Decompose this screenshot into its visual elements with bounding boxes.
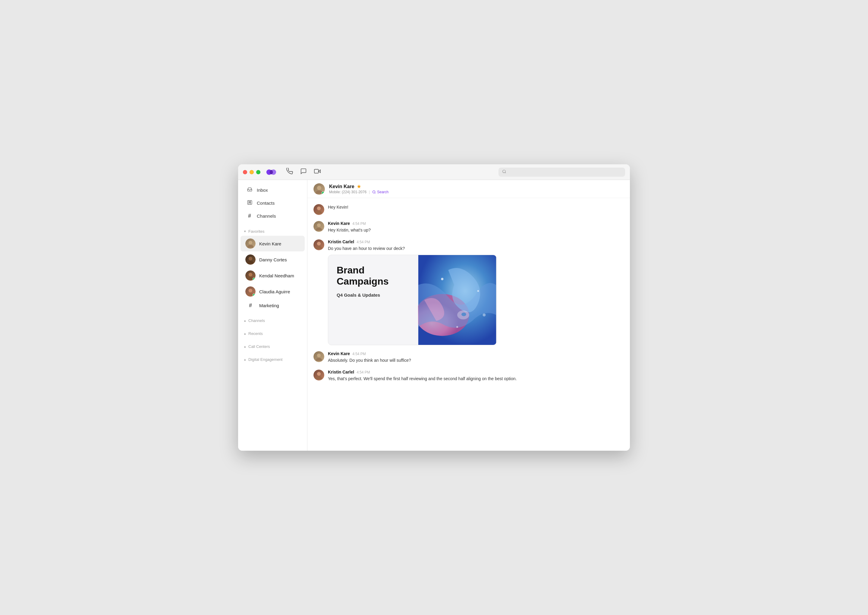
- message-row: Kristin Carlel 4:54 PM Do you have an ho…: [313, 239, 624, 345]
- titlebar-icons: [286, 168, 321, 176]
- svg-point-24: [316, 211, 322, 214]
- msg-content: Kevin Kare 4:54 PM Hey Kristin, what's u…: [328, 221, 624, 233]
- card-text-side: Brand Campaigns Q4 Goals & Updates: [328, 255, 418, 345]
- svg-point-11: [249, 241, 252, 245]
- card-subtitle: Q4 Goals & Updates: [337, 292, 410, 298]
- app-window: Inbox Contacts # Channels: [238, 164, 630, 451]
- titlebar: [238, 164, 630, 180]
- svg-point-27: [317, 242, 321, 245]
- search-bar[interactable]: [499, 168, 625, 177]
- svg-point-35: [456, 326, 458, 328]
- msg-time: 4:54 PM: [357, 370, 370, 375]
- msg-content: Kevin Kare 4:54 PM Absolutely. Do you th…: [328, 351, 624, 364]
- svg-marker-3: [319, 170, 320, 172]
- inbox-icon: [246, 187, 252, 193]
- claudia-aguirre-name: Claudia Aguirre: [259, 289, 290, 294]
- claudia-aguirre-avatar: [245, 286, 256, 297]
- recents-section: ▴ Recents: [238, 329, 307, 338]
- message-row: Kristin Carlel 4:54 PM Yes, that's perfe…: [313, 370, 624, 382]
- svg-rect-4: [314, 169, 319, 173]
- messages-list: Hey Kevin!: [307, 198, 630, 451]
- digital-engagement-section: ▴ Digital Engagement: [238, 356, 307, 364]
- svg-point-33: [441, 278, 443, 280]
- call-centers-header[interactable]: ▴ Call Centers: [238, 342, 307, 351]
- marketing-hash-icon: #: [245, 302, 256, 309]
- digital-engagement-chevron: ▴: [244, 357, 246, 361]
- favorites-chevron: ▾: [244, 229, 246, 233]
- favorites-label: Favorites: [248, 229, 264, 234]
- msg-sender: Kristin Carlel: [328, 239, 354, 244]
- sidebar-item-channels[interactable]: # Channels: [240, 210, 305, 222]
- chat-phone: Mobile: (224) 301-2076: [329, 190, 366, 194]
- message-icon[interactable]: [300, 168, 307, 176]
- message-row: Kevin Kare 4:54 PM Absolutely. Do you th…: [313, 351, 624, 364]
- sidebar-item-inbox[interactable]: Inbox: [240, 184, 305, 196]
- chat-search-button[interactable]: Search: [372, 190, 388, 194]
- chat-header: Kevin Kare ★ Mobile: (224) 301-2076 | Se…: [307, 180, 630, 198]
- sidebar-item-kendal-needham[interactable]: Kendal Needham: [240, 268, 305, 283]
- channels-collapsed-section: ▴ Channels: [238, 317, 307, 325]
- svg-point-12: [248, 245, 254, 248]
- svg-point-23: [317, 206, 321, 210]
- chat-contact-sub: Mobile: (224) 301-2076 | Search: [329, 190, 388, 194]
- message-row: Hey Kevin!: [313, 204, 624, 215]
- msg-text: Do you have an hour to review our deck?: [328, 245, 624, 252]
- chat-area: Kevin Kare ★ Mobile: (224) 301-2076 | Se…: [307, 180, 630, 451]
- svg-rect-7: [248, 200, 252, 204]
- digital-engagement-header[interactable]: ▴ Digital Engagement: [238, 356, 307, 364]
- chat-header-avatar: [313, 183, 325, 195]
- msg-sender: Kristin Carlel: [328, 370, 354, 375]
- contacts-icon: [246, 200, 252, 206]
- close-button[interactable]: [243, 170, 247, 174]
- phone-icon[interactable]: [286, 168, 293, 176]
- msg-header: Kristin Carlel 4:54 PM: [328, 239, 624, 244]
- channels-section-chevron: ▴: [244, 318, 246, 323]
- search-icon: [502, 169, 506, 175]
- message-row: Kevin Kare 4:54 PM Hey Kristin, what's u…: [313, 221, 624, 233]
- msg-avatar-kevin: [313, 221, 324, 232]
- kevin-kare-avatar: [245, 239, 256, 249]
- channels-section-label: Channels: [248, 318, 265, 323]
- chat-contact-name: Kevin Kare ★: [329, 184, 388, 189]
- hash-icon: #: [246, 213, 252, 219]
- msg-header: Kristin Carlel 4:54 PM: [328, 370, 624, 375]
- svg-point-37: [317, 354, 321, 357]
- kendal-needham-avatar: [245, 270, 256, 281]
- inbox-label: Inbox: [257, 187, 268, 193]
- card-image-side: [418, 255, 496, 345]
- sidebar-item-contacts[interactable]: Contacts: [240, 197, 305, 209]
- video-icon[interactable]: [314, 168, 321, 176]
- svg-point-38: [316, 358, 322, 361]
- svg-point-21: [373, 190, 375, 193]
- recents-header[interactable]: ▴ Recents: [238, 329, 307, 338]
- chat-header-info: Kevin Kare ★ Mobile: (224) 301-2076 | Se…: [329, 184, 388, 194]
- call-centers-chevron: ▴: [244, 345, 246, 348]
- danny-cortes-name: Danny Cortes: [259, 257, 287, 262]
- divider: |: [369, 190, 370, 194]
- msg-header: Kevin Kare 4:54 PM: [328, 351, 624, 356]
- svg-line-6: [505, 172, 506, 173]
- svg-line-22: [375, 193, 376, 193]
- msg-avatar-kevin2: [313, 351, 324, 362]
- svg-point-17: [249, 289, 252, 292]
- sidebar-item-danny-cortes[interactable]: Danny Cortes: [240, 252, 305, 267]
- maximize-button[interactable]: [256, 170, 260, 174]
- svg-point-2: [270, 170, 273, 174]
- traffic-lights: [243, 170, 260, 174]
- sidebar-item-marketing[interactable]: # Marketing: [240, 300, 305, 311]
- channels-section-header[interactable]: ▴ Channels: [238, 317, 307, 325]
- msg-text: Hey Kristin, what's up?: [328, 227, 624, 233]
- favorites-section: ▾ Favorites Kevin Kare: [238, 227, 307, 312]
- svg-point-28: [316, 246, 322, 249]
- msg-sender: Kevin Kare: [328, 221, 350, 226]
- sidebar-item-claudia-aguirre[interactable]: Claudia Aguirre: [240, 284, 305, 300]
- card-attachment[interactable]: Brand Campaigns Q4 Goals & Updates: [328, 255, 497, 345]
- call-centers-section: ▴ Call Centers: [238, 342, 307, 351]
- svg-point-40: [316, 376, 322, 379]
- favorites-header[interactable]: ▾ Favorites: [238, 227, 307, 236]
- digital-engagement-label: Digital Engagement: [248, 357, 282, 362]
- msg-time: 4:54 PM: [357, 240, 370, 244]
- msg-content-with-card: Kristin Carlel 4:54 PM Do you have an ho…: [328, 239, 624, 345]
- sidebar-item-kevin-kare[interactable]: Kevin Kare: [240, 236, 305, 251]
- minimize-button[interactable]: [249, 170, 254, 174]
